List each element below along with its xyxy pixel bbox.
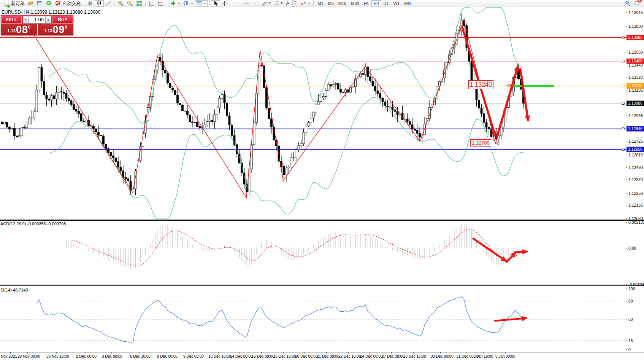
fibonacci-icon [274,0,280,6]
chart-shift-button[interactable] [156,0,165,7]
timeframe-h1-button[interactable]: H1 [362,0,371,6]
svg-text:30 Nov 16:00: 30 Nov 16:00 [46,354,69,358]
periods-button[interactable] [182,0,195,7]
macd-label: ACD(12,26,9) -0.000356 -0.000708 [0,221,66,226]
timeframe-mn-button[interactable]: MN [402,0,413,6]
svg-text:1.13080: 1.13080 [628,101,642,105]
tile-windows-button[interactable] [135,0,144,7]
timeframe-d1-button[interactable]: D1 [381,0,391,6]
svg-text:0.002131: 0.002131 [628,220,644,225]
trendline-icon [252,0,259,6]
svg-text:20 Dec 00:00: 20 Dec 00:00 [295,354,318,358]
chart-canvas[interactable]: 1.139151.138001.135601.134401.133201.132… [0,0,644,360]
chevron-down-icon [191,3,193,4]
timeframe-m30-button[interactable]: M30 [349,0,361,6]
new-order-icon [4,0,10,6]
fibonacci-tool-button[interactable]: F [272,0,284,7]
auto-scroll-icon [149,0,155,6]
svg-text:15 Dec 08:00: 15 Dec 08:00 [252,354,274,358]
toolbar-separator [209,1,209,6]
text-tool-button[interactable]: A [284,0,291,7]
new-order-button[interactable]: 新订单 [2,0,26,7]
svg-text:50: 50 [628,317,633,322]
svg-text:21 Dec 08:00: 21 Dec 08:00 [317,354,339,358]
line-chart-icon [105,0,111,6]
time-axis-labels[interactable]: Nov 202129 Nov 08:0030 Nov 16:002 Dec 00… [1,352,516,358]
cursor-tool-button[interactable] [211,0,220,7]
timeframe-group: M1M5M15M30H1H4D1W1MN [315,0,413,6]
vertical-line-icon [234,0,240,6]
crosshair-tool-button[interactable] [220,0,229,7]
volume-up-button[interactable]: ▲ [45,16,51,24]
svg-text:80: 80 [628,299,633,303]
green-highlight-line[interactable] [511,85,554,87]
trend-arrow[interactable] [497,67,518,137]
svg-text:3 Jan 16:00: 3 Jan 16:00 [473,354,493,358]
timeframe-h4-button[interactable]: H4 [371,0,381,6]
horizontal-line-tool-button[interactable] [242,0,251,7]
bar-chart-button[interactable] [86,0,95,7]
zoom-out-button[interactable] [125,0,135,7]
channel-tool-button[interactable]: E [260,0,272,7]
svg-text:Nov 2021: Nov 2021 [1,354,17,358]
toolbar-separator [145,1,146,6]
auto-trading-button[interactable]: 自动交易 [54,0,82,7]
trendline-tool-button[interactable] [251,0,260,7]
trend-arrow[interactable] [520,69,528,120]
svg-text:1.13468: 1.13468 [628,59,642,63]
sell-price[interactable]: 1.13 08 0 [1,24,37,35]
volume-stepper: ▼ 1.00 ▲ [23,16,51,24]
zigzag-line[interactable] [24,19,518,198]
macd-signal-line [71,229,524,266]
cleanup-button[interactable] [26,0,35,7]
fibonacci-tool-label: F [281,0,283,6]
svg-text:10 Dec 16:00: 10 Dec 16:00 [208,354,231,358]
svg-text:1.12965: 1.12965 [628,113,643,118]
one-click-top-row: SELL ▼ 1.00 ▲ BUY [1,15,73,24]
candlestick-chart-button[interactable] [95,0,104,7]
buy-button[interactable]: BUY [52,16,73,24]
volume-down-button[interactable]: ▼ [23,16,29,24]
chevron-down-icon [204,3,206,4]
one-click-price-row: 1.13 08 0 1.13 09 9 [1,24,73,35]
search-icon[interactable] [625,0,631,6]
buy-price[interactable]: 1.13 09 9 [37,24,74,35]
line-chart-button[interactable] [104,0,113,7]
svg-text:1.13560: 1.13560 [628,50,643,54]
svg-text:3 Dec 08:00: 3 Dec 08:00 [102,354,122,358]
clock-icon [183,0,189,6]
svg-text:1.12846: 1.12846 [628,126,642,131]
bollinger-upper-band [49,8,523,124]
price-annotation-1.13240[interactable]: 1.13240 [468,80,493,89]
sell-price-big: 08 [16,25,28,35]
toolbar-separator [167,1,167,6]
auto-scroll-button[interactable] [147,0,156,7]
auto-trading-label: 自动交易 [62,0,81,7]
zoom-in-button[interactable] [116,0,125,7]
toolbar: 新订单 自动交易 E F A T [0,0,644,7]
sell-button[interactable]: SELL [1,16,22,24]
timeframe-m1-button[interactable]: M1 [315,0,325,6]
price-annotation-1.12709[interactable]: 1.12709 [470,139,491,147]
vertical-line-tool-button[interactable] [233,0,242,7]
candles [1,13,525,196]
arrows-tool-button[interactable] [299,0,312,7]
one-click-trading-panel: SELL ▼ 1.00 ▲ BUY 1.13 08 0 1.13 09 9 [1,15,73,35]
chat-icon[interactable]: 1 [634,0,640,6]
horizontal-line-icon [243,0,249,6]
timeframe-m5-button[interactable]: M5 [326,0,336,6]
signals-button[interactable] [44,0,54,7]
new-chart-button[interactable] [35,0,44,7]
macd-arrow[interactable] [515,252,527,252]
indicators-button[interactable] [169,0,182,7]
svg-text:1.13320: 1.13320 [628,75,643,80]
timeframe-m15-button[interactable]: M15 [336,0,349,6]
svg-text:8 Dec 00:00: 8 Dec 00:00 [157,354,178,358]
timeframe-w1-button[interactable]: W1 [391,0,402,6]
templates-button[interactable] [195,0,208,7]
volume-value[interactable]: 1.00 [29,16,45,24]
svg-text:16 Dec 16:00: 16 Dec 16:00 [273,354,296,358]
svg-text:1.12725: 1.12725 [628,139,643,143]
label-tool-button[interactable]: T [291,0,299,7]
label-tool-label: T [292,0,297,7]
